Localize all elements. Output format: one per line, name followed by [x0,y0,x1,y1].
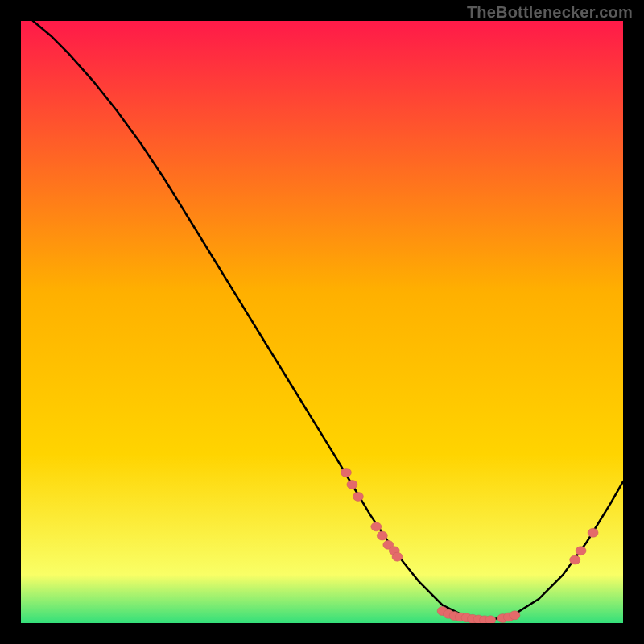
gradient-background [21,21,623,623]
marker-dot [485,616,496,623]
marker-dot [570,555,580,564]
chart-svg [21,21,623,623]
chart-stage: TheBottlenecker.com [0,0,644,644]
marker-dot [371,522,382,531]
marker-dot [377,531,387,540]
marker-dot [347,481,357,489]
marker-dot [510,611,520,620]
marker-dot [353,492,363,501]
marker-dot [392,552,402,561]
marker-dot [588,528,598,537]
watermark-text: TheBottlenecker.com [467,3,633,22]
plot-area [21,21,623,623]
marker-dot [576,547,586,555]
marker-dot [341,469,351,477]
